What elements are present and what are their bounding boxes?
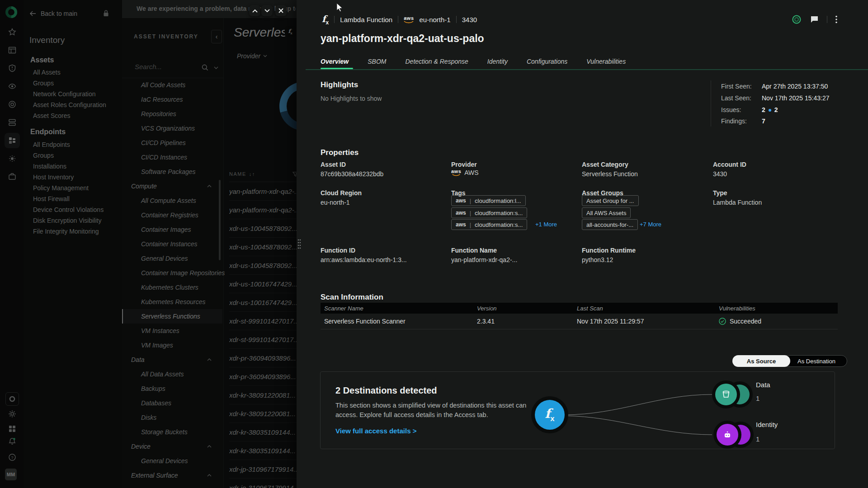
mouse-cursor bbox=[336, 3, 343, 12]
identity-node-count: 1 bbox=[756, 435, 760, 443]
tab-configurations[interactable]: Configurations bbox=[527, 58, 567, 70]
access-direction-toggle: As Source As Destination bbox=[732, 355, 847, 367]
asset-detail-panel: fx Lambda Function aws eu-north-1 3430 y… bbox=[297, 0, 868, 488]
as-source-button[interactable]: As Source bbox=[732, 355, 790, 367]
scope-status-icon[interactable] bbox=[792, 14, 802, 24]
divider bbox=[334, 16, 335, 23]
lambda-source-node[interactable]: fx bbox=[535, 400, 565, 430]
account-label: 3430 bbox=[462, 16, 477, 23]
asset-title: yan-platform-xdr-qa2-uat-us-palo bbox=[321, 33, 484, 45]
tag-chip[interactable]: aws|cloudformation:s... bbox=[451, 219, 527, 230]
account-id-label: Account ID bbox=[713, 161, 746, 168]
function-name-value: yan-platform-xdr-qa2-... bbox=[451, 256, 517, 263]
type-label: Type bbox=[713, 189, 727, 197]
divider bbox=[398, 16, 398, 23]
robot-icon bbox=[723, 431, 731, 438]
panel-tabs: Overview SBOM Detection & Response Ident… bbox=[321, 58, 626, 70]
properties-heading: Properties bbox=[321, 148, 359, 157]
data-node-count: 1 bbox=[756, 394, 760, 402]
function-id-label: Function ID bbox=[321, 247, 355, 254]
asset-category-label: Asset Category bbox=[582, 161, 628, 168]
tab-vulnerabilities[interactable]: Vulnerabilities bbox=[586, 58, 626, 70]
panel-resize-handle[interactable] bbox=[297, 239, 302, 249]
identity-node[interactable] bbox=[717, 424, 738, 446]
tab-sbom[interactable]: SBOM bbox=[368, 58, 386, 70]
active-tab-indicator bbox=[321, 68, 353, 69]
function-runtime-label: Function Runtime bbox=[582, 247, 636, 254]
scan-information-heading: Scan Information bbox=[321, 293, 383, 302]
scan-table: Scanner Name Version Last Scan Vulnerabi… bbox=[321, 303, 838, 329]
info-divider bbox=[711, 80, 711, 127]
last-seen-value: Nov 17th 2025 15:43:27 bbox=[762, 94, 829, 102]
success-check-icon bbox=[719, 318, 726, 325]
scan-table-row[interactable]: Serverless Function Scanner 2.3.41 Nov 1… bbox=[321, 314, 838, 329]
panel-breadcrumb: fx Lambda Function aws eu-north-1 3430 bbox=[322, 14, 477, 25]
function-runtime-value: python3.12 bbox=[582, 256, 613, 263]
close-panel-button[interactable] bbox=[275, 5, 287, 16]
data-node-label: Data bbox=[756, 381, 770, 389]
next-asset-button[interactable] bbox=[261, 5, 273, 16]
kebab-menu-icon[interactable] bbox=[835, 15, 837, 23]
function-name-label: Function Name bbox=[451, 247, 497, 254]
asset-group-chip[interactable]: Asset Group for ... bbox=[582, 195, 639, 206]
last-seen-label: Last Seen: bbox=[721, 94, 751, 102]
data-node[interactable] bbox=[715, 384, 737, 405]
account-id-value: 3430 bbox=[713, 170, 727, 178]
first-seen-label: First Seen: bbox=[721, 83, 752, 90]
asset-id-value: 87c69b308a48232bdb bbox=[321, 170, 383, 178]
findings-value[interactable]: 7 bbox=[762, 117, 765, 125]
overlay-scrim[interactable] bbox=[0, 0, 297, 488]
app-root: ? MM Back to main Inventory Assets All A… bbox=[0, 0, 868, 488]
destinations-card: 2 Destinations detected This section sho… bbox=[320, 371, 835, 449]
function-id-value: arn:aws:lambda:eu-north-1:3... bbox=[321, 256, 407, 263]
asset-groups-more-link[interactable]: +7 More bbox=[640, 221, 661, 228]
panel-actions bbox=[792, 14, 837, 24]
issue-severity-dot bbox=[769, 109, 771, 112]
tab-track bbox=[306, 69, 868, 70]
divider bbox=[456, 16, 457, 23]
lambda-fx-icon: fx bbox=[545, 406, 554, 423]
asset-group-chip[interactable]: All AWS Assets bbox=[582, 207, 631, 218]
highlights-empty-text: No Highlights to show bbox=[321, 95, 382, 102]
issues-value[interactable]: 22 bbox=[762, 106, 778, 113]
asset-category-value: Serverless Function bbox=[582, 170, 638, 178]
tags-more-link[interactable]: +1 More bbox=[535, 221, 557, 228]
issues-label: Issues: bbox=[721, 106, 741, 113]
asset-group-chip[interactable]: all-accounts-for-... bbox=[582, 219, 638, 230]
lambda-fx-icon: fx bbox=[322, 14, 329, 26]
provider-value: aws AWS bbox=[451, 169, 479, 176]
as-destination-button[interactable]: As Destination bbox=[786, 355, 847, 367]
cloud-region-label: Cloud Region bbox=[321, 189, 362, 197]
scan-table-header: Scanner Name Version Last Scan Vulnerabi… bbox=[321, 303, 838, 314]
highlights-heading: Highlights bbox=[321, 80, 358, 89]
aws-logo-icon: aws bbox=[451, 169, 461, 176]
asset-id-label: Asset ID bbox=[321, 161, 346, 168]
bucket-icon bbox=[722, 390, 730, 399]
divider bbox=[827, 16, 827, 23]
tag-chip[interactable]: aws|cloudformation:l... bbox=[451, 195, 526, 206]
region-label: eu-north-1 bbox=[420, 16, 451, 23]
scan-status: Succeeded bbox=[730, 318, 761, 325]
findings-label: Findings: bbox=[721, 117, 747, 125]
previous-asset-button[interactable] bbox=[249, 5, 260, 16]
type-value: Lambda Function bbox=[713, 199, 762, 206]
identity-node-label: Identity bbox=[756, 421, 778, 428]
first-seen-value: Apr 27th 2025 13:37:50 bbox=[762, 83, 828, 90]
tag-chip[interactable]: aws|cloudformation:s... bbox=[451, 207, 527, 218]
cloud-region-value: eu-north-1 bbox=[321, 199, 350, 206]
comment-icon[interactable] bbox=[810, 15, 819, 23]
tab-identity[interactable]: Identity bbox=[487, 58, 508, 70]
provider-label: Provider bbox=[451, 161, 477, 168]
asset-type-label: Lambda Function bbox=[340, 16, 392, 23]
aws-logo-icon: aws bbox=[404, 16, 414, 23]
tab-detection-response[interactable]: Detection & Response bbox=[406, 58, 468, 70]
